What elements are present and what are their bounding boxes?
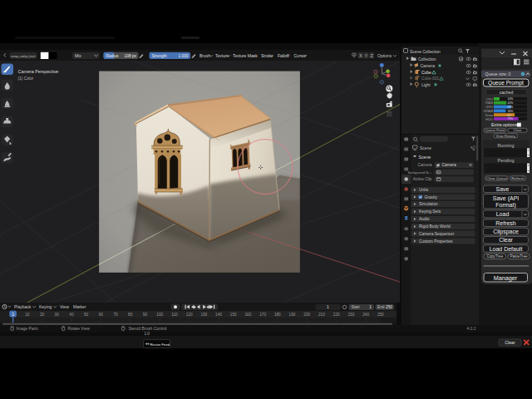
svg-text:Background Sc...: Background Sc... [408,170,432,174]
svg-text:Camera: Camera [417,163,431,167]
svg-text:Refresh: Refresh [495,219,516,225]
svg-text:Gravity: Gravity [425,195,438,199]
svg-text:250: 250 [377,313,384,317]
svg-text:1: 1 [12,312,14,317]
svg-text:42%: 42% [507,101,513,105]
svg-text:CopyTree: CopyTree [486,254,503,259]
svg-text:Clear: Clear [499,237,513,243]
svg-text:180: 180 [274,313,281,317]
svg-text:Brush: Brush [200,53,210,58]
svg-text:Playback: Playback [14,304,32,309]
svg-text:Keying Sets: Keying Sets [419,209,441,214]
svg-text:Camera: Camera [421,64,436,68]
svg-text:200: 200 [303,313,310,317]
svg-text:1.000: 1.000 [178,54,188,58]
svg-text:Rotate View: Rotate View [68,327,91,331]
svg-text:1: 1 [369,305,372,309]
svg-text:(1) Color: (1) Color [18,76,34,80]
svg-text:Resize Feed: Resize Feed [150,342,170,346]
svg-text:Pending: Pending [497,158,514,163]
svg-text:Clear Queue: Clear Queue [486,175,507,180]
svg-text:62°: 62° [507,113,512,116]
svg-text:Cube: Cube [421,71,431,75]
svg-text:Refresh: Refresh [511,175,525,180]
svg-text:Marker: Marker [73,304,86,309]
svg-text:36%: 36% [507,109,513,112]
svg-text:90: 90 [143,313,148,317]
svg-text:Queue Front: Queue Front [485,128,505,132]
svg-text:1: 1 [327,304,329,309]
svg-text:Texture: Texture [215,53,229,58]
svg-text:70: 70 [113,313,118,317]
svg-text:Stroke: Stroke [261,53,273,58]
svg-text:Cursor: Cursor [294,53,307,58]
svg-text:End: End [377,305,385,309]
svg-text:Camera: Camera [442,163,456,167]
svg-text:Scene: Scene [420,145,431,150]
svg-text:Radius: Radius [106,54,120,58]
svg-text:Camera Sequencer: Camera Sequencer [419,231,455,235]
svg-text:Save: Save [495,185,509,191]
svg-text:Image Paint: Image Paint [17,327,39,331]
svg-text:Manager: Manager [493,273,517,281]
svg-text:170: 170 [259,313,266,317]
svg-text:Collection: Collection [418,57,436,62]
svg-text:30: 30 [55,313,60,317]
svg-text:Start: Start [352,305,361,309]
svg-text:120: 120 [186,313,193,317]
svg-text:150: 150 [230,313,237,317]
svg-text:100: 100 [156,313,163,317]
svg-text:HDD: HDD [485,116,493,121]
svg-text:50: 50 [84,313,89,317]
svg-text:40: 40 [69,313,74,317]
svg-text:80: 80 [128,313,133,317]
svg-text:Keying: Keying [39,304,52,309]
svg-text:49%: 49% [507,105,513,108]
svg-text:Queue size: 0: Queue size: 0 [485,71,510,76]
svg-text:airways_comfyui_brush: airways_comfyui_brush [11,54,36,58]
svg-text:Format): Format) [495,202,516,209]
svg-text:Stencil Brush Control: Stencil Brush Control [129,327,167,331]
svg-text:Active Clip: Active Clip [413,177,432,181]
svg-text:Rigid Body World: Rigid Body World [419,224,451,229]
svg-text:Texture Mask: Texture Mask [233,53,258,58]
svg-text:110: 110 [171,313,178,317]
svg-text:Queue Prompt: Queue Prompt [488,79,524,86]
svg-text:190: 190 [289,313,296,317]
svg-text:Cube.001: Cube.001 [421,76,439,81]
svg-text:230: 230 [347,313,354,317]
svg-text:60: 60 [99,313,104,317]
svg-text:10: 10 [25,313,30,317]
svg-text:Scene Collection: Scene Collection [410,50,441,54]
svg-text:Clear: Clear [505,340,515,345]
svg-text:Running: Running [497,142,514,147]
svg-text:Custom Properties: Custom Properties [419,239,453,243]
svg-text:Clipspace: Clipspace [493,229,519,235]
svg-text:Camera Perspective: Camera Perspective [18,69,59,74]
svg-text:79%: 79% [507,117,513,121]
svg-text:cached: cached [499,89,513,94]
svg-text:108 px: 108 px [125,54,137,58]
svg-text:PasteTree: PasteTree [510,254,527,259]
svg-text:Options: Options [377,53,392,58]
svg-text:20: 20 [40,313,45,317]
svg-text:Save (API: Save (API [492,195,519,202]
svg-text:Light: Light [421,83,431,87]
svg-text:Load: Load [495,211,509,217]
svg-text:250: 250 [386,305,392,309]
svg-text:Falloff: Falloff [278,53,289,58]
svg-text:220: 220 [333,313,340,317]
svg-text:140: 140 [215,313,222,317]
svg-text:Scene: Scene [419,155,431,160]
svg-text:Audio: Audio [419,217,430,221]
svg-text:Clear: Clear [513,128,522,132]
svg-text:Strength: Strength [152,54,167,58]
svg-text:Extra options: Extra options [491,122,518,127]
svg-text:Simulation: Simulation [419,202,438,206]
svg-text:240: 240 [362,313,369,317]
svg-text:160: 160 [244,313,251,317]
svg-text:Z: Z [371,54,373,58]
svg-text:View History: View History [495,133,515,137]
svg-text:Load Default: Load Default [489,245,522,251]
svg-text:4.0.2: 4.0.2 [467,327,476,331]
